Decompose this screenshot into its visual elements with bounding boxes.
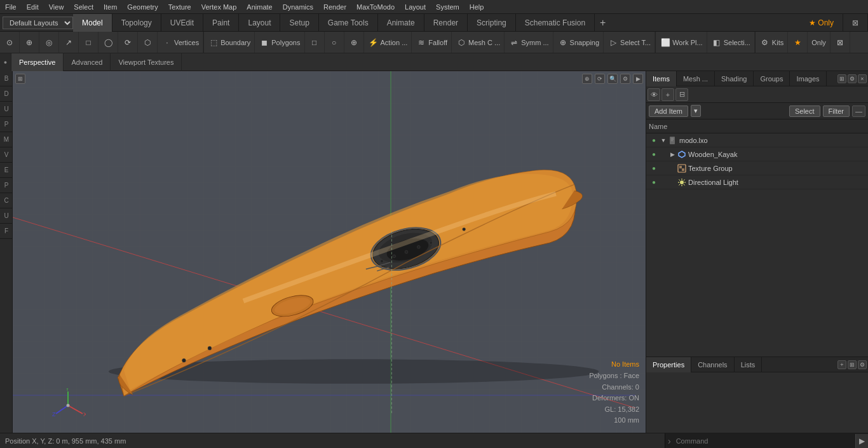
- sub-tab-advanced[interactable]: Advanced: [64, 53, 111, 71]
- menu-texture[interactable]: Texture: [163, 1, 196, 13]
- tab-model[interactable]: Model: [73, 14, 112, 32]
- selecti-button[interactable]: ◧ Selecti...: [707, 32, 755, 53]
- mesh-btn[interactable]: ⬡: [138, 32, 158, 53]
- snap-toggle[interactable]: ◎: [39, 32, 59, 53]
- tab-setup[interactable]: Setup: [280, 14, 318, 32]
- menu-file[interactable]: File: [0, 1, 22, 13]
- grid-toggle[interactable]: ⊕: [20, 32, 39, 53]
- box-btn[interactable]: □: [305, 32, 325, 53]
- extra-button[interactable]: ⊠: [831, 32, 850, 53]
- select-t-button[interactable]: ▷ Select T...: [604, 32, 655, 53]
- props-panel-gear-icon[interactable]: ⚙: [858, 360, 867, 369]
- rect-select[interactable]: □: [79, 32, 98, 53]
- symm-button[interactable]: ⇌ Symm ...: [505, 32, 553, 53]
- left-btn-v[interactable]: V: [0, 147, 13, 163]
- item-vis-modo-icon[interactable]: ●: [649, 135, 659, 146]
- select-arrow[interactable]: ↗: [59, 32, 79, 53]
- vertices-button[interactable]: · Vertices: [158, 32, 203, 53]
- add-btn[interactable]: ⊕: [344, 32, 364, 53]
- viewport-zoom-icon[interactable]: 🔍: [607, 74, 618, 84]
- sphere-btn[interactable]: ○: [325, 32, 344, 53]
- items-select-button[interactable]: Select: [789, 105, 820, 117]
- viewport[interactable]: ⊞ ⊕ ⟳ 🔍 ⚙ ▶ X Y Z No Items Polygons : Fa…: [13, 71, 646, 433]
- items-tool-add-icon[interactable]: +: [661, 88, 674, 101]
- tab-animate[interactable]: Animate: [378, 14, 424, 32]
- props-panel-expand-icon[interactable]: ⊞: [848, 360, 857, 369]
- menu-maxtomodo[interactable]: MaxToModo: [351, 1, 400, 13]
- only-button[interactable]: Only: [808, 32, 831, 53]
- items-tab-images[interactable]: Images: [790, 71, 826, 86]
- tab-schematic-fusion[interactable]: Schematic Fusion: [516, 14, 595, 32]
- item-vis-light-icon[interactable]: ●: [649, 177, 659, 187]
- item-modo-lxo[interactable]: ● ▼ modo.lxo: [646, 133, 868, 147]
- menu-view[interactable]: View: [44, 1, 69, 13]
- menu-help[interactable]: Help: [465, 1, 489, 13]
- item-texture-group[interactable]: ● ▶ Texture Group: [646, 161, 868, 175]
- viewport-cam-icon[interactable]: ⊕: [582, 74, 592, 84]
- left-btn-d[interactable]: D: [0, 86, 13, 102]
- viewport-expand-icon[interactable]: ⊞: [15, 74, 25, 84]
- item-directional-light[interactable]: ● ▶: [646, 175, 868, 189]
- left-btn-b[interactable]: B: [0, 71, 13, 86]
- mesh-c-button[interactable]: ⬡ Mesh C ...: [452, 32, 505, 53]
- tab-topology[interactable]: Topology: [112, 14, 161, 32]
- falloff-button[interactable]: ≋ Falloff: [412, 32, 452, 53]
- menu-vertex-map[interactable]: Vertex Map: [196, 1, 242, 13]
- left-btn-p[interactable]: P: [0, 117, 13, 132]
- item-vis-kayak-icon[interactable]: ●: [649, 149, 659, 160]
- tab-scripting[interactable]: Scripting: [468, 14, 516, 32]
- action-button[interactable]: ⚡ Action ...: [364, 32, 412, 53]
- items-tool-del-icon[interactable]: ⊟: [675, 88, 688, 101]
- item-expand-light-icon[interactable]: ▶: [668, 178, 677, 187]
- tab-game-tools[interactable]: Game Tools: [319, 14, 378, 32]
- left-btn-f[interactable]: F: [0, 224, 13, 239]
- left-btn-e[interactable]: E: [0, 163, 13, 178]
- viewport-more-icon[interactable]: ▶: [633, 74, 643, 84]
- item-expand-modo-icon[interactable]: ▼: [659, 136, 668, 145]
- command-submit-icon[interactable]: ▶: [855, 434, 868, 448]
- tab-add-button[interactable]: +: [595, 14, 611, 32]
- snapping-button[interactable]: ⊕ Snapping: [553, 32, 604, 53]
- item-expand-kayak-icon[interactable]: ▶: [668, 150, 677, 159]
- command-separator-icon[interactable]: ›: [665, 436, 674, 446]
- items-extra-button[interactable]: —: [852, 105, 865, 117]
- props-tab-properties[interactable]: Properties: [646, 357, 691, 372]
- menu-edit[interactable]: Edit: [22, 1, 44, 13]
- menu-item[interactable]: Item: [98, 1, 122, 13]
- tab-extra-btn[interactable]: ⊠: [843, 14, 868, 32]
- left-btn-po[interactable]: P: [0, 178, 13, 193]
- item-wooden-kayak[interactable]: ● ▶ Wooden_Kayak: [646, 147, 868, 161]
- left-btn-c[interactable]: C: [0, 193, 13, 208]
- star-button[interactable]: ★: [788, 32, 808, 53]
- items-tab-groups[interactable]: Groups: [754, 71, 790, 86]
- items-panel-expand-icon[interactable]: ⊞: [837, 74, 846, 83]
- tab-layout[interactable]: Layout: [239, 14, 280, 32]
- menu-layout[interactable]: Layout: [400, 1, 431, 13]
- viewport-lock-icon[interactable]: ●: [0, 53, 11, 71]
- props-tab-lists[interactable]: Lists: [735, 357, 763, 372]
- menu-select[interactable]: Select: [69, 1, 98, 13]
- command-input[interactable]: [674, 436, 855, 446]
- props-tab-channels[interactable]: Channels: [691, 357, 734, 372]
- left-btn-m[interactable]: M: [0, 132, 13, 147]
- work-pl-button[interactable]: ⬜ Work Pl...: [656, 32, 707, 53]
- left-btn-u[interactable]: U: [0, 102, 13, 117]
- props-panel-add-icon[interactable]: +: [837, 360, 846, 369]
- circle-select[interactable]: ◯: [98, 32, 118, 53]
- items-tab-shading[interactable]: Shading: [715, 71, 754, 86]
- menu-render[interactable]: Render: [318, 1, 351, 13]
- items-filter-button[interactable]: Filter: [823, 105, 850, 117]
- items-tab-mesh[interactable]: Mesh ...: [677, 71, 715, 86]
- items-tab-items[interactable]: Items: [646, 71, 677, 86]
- layout-selector[interactable]: Default Layouts: [3, 17, 73, 29]
- menu-system[interactable]: System: [431, 1, 465, 13]
- tab-star-btn[interactable]: ★ Only: [800, 14, 843, 32]
- item-vis-tex-icon[interactable]: ●: [649, 163, 659, 173]
- sub-tab-perspective[interactable]: Perspective: [11, 53, 64, 71]
- kits-button[interactable]: ⚙ Kits: [756, 32, 788, 53]
- left-btn-uv[interactable]: U: [0, 208, 13, 224]
- tab-uvedit[interactable]: UVEdit: [161, 14, 203, 32]
- tab-render[interactable]: Render: [424, 14, 468, 32]
- items-tool-vis-icon[interactable]: 👁: [648, 88, 660, 101]
- items-panel-gear-icon[interactable]: ⚙: [848, 74, 857, 83]
